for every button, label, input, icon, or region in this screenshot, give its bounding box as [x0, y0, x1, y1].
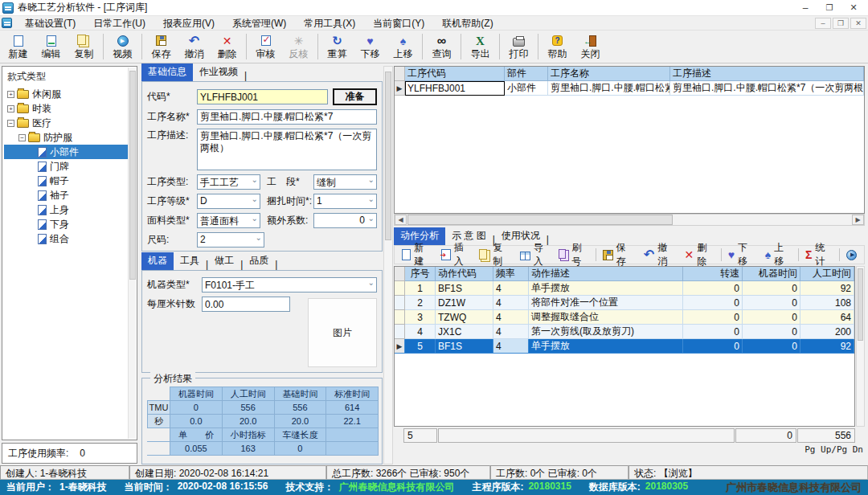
machine-type-select[interactable]: F0101-手工	[202, 277, 377, 292]
query-button[interactable]: 查询	[425, 31, 458, 62]
col-process-name[interactable]: 工序名称	[548, 67, 670, 81]
stage-select[interactable]: 缝制	[313, 174, 377, 190]
action-copy-button[interactable]: 复制	[477, 247, 516, 263]
export-button[interactable]: 导出	[464, 31, 497, 62]
tree-item-hat[interactable]: 帽子	[4, 174, 135, 188]
expand-icon[interactable]: +	[7, 105, 14, 112]
mdi-restore-button[interactable]	[833, 18, 849, 29]
bundle-time-select[interactable]: 1	[313, 194, 377, 209]
tab-work-video[interactable]: 作业视频	[193, 63, 244, 81]
menu-system[interactable]: 系统管理(W)	[223, 16, 295, 31]
col-process-desc[interactable]: 工序描述	[670, 67, 864, 81]
expand-icon[interactable]: +	[7, 91, 14, 98]
extra-factor-select[interactable]: 0	[313, 213, 377, 228]
menu-basic-settings[interactable]: 基础设置(T)	[16, 16, 84, 31]
action-grid-vscrollbar[interactable]	[856, 266, 865, 427]
action-row-selected[interactable]: ▶ 5 BF1S 4 单手摆放 0 0 92	[395, 339, 854, 354]
action-row[interactable]: 4 JX1C 4 第一次剪线(取及放剪刀) 0 0 200	[395, 325, 854, 339]
action-insert-button[interactable]: 插入	[436, 247, 476, 263]
tree-item-sleeve[interactable]: 袖子	[4, 188, 135, 202]
code-input[interactable]: YLFHFBJ001	[197, 89, 328, 104]
action-play-button[interactable]	[841, 247, 862, 263]
tree-item-small-parts[interactable]: 小部件	[4, 145, 135, 159]
process-name-input[interactable]: 剪里袖口.脚口.中腰.帽口松紧*7	[197, 109, 377, 125]
action-import-button[interactable]: 导入	[515, 247, 555, 263]
tree-item-doorplate[interactable]: 门牌	[4, 159, 135, 174]
stitch-count-input[interactable]: 0.00	[202, 297, 290, 312]
menu-tools[interactable]: 常用工具(X)	[295, 16, 364, 31]
tab-workmanship[interactable]: 做工	[208, 252, 240, 270]
action-renumber-button[interactable]: 刷号	[556, 247, 595, 263]
tab-basic-info[interactable]: 基础信息	[141, 63, 193, 81]
tab-tool[interactable]: 工具	[174, 252, 206, 270]
mdi-minimize-button[interactable]	[815, 18, 831, 29]
tree-scrollbar[interactable]	[128, 68, 136, 439]
action-new-button[interactable]: 新建	[397, 247, 436, 263]
move-down-button[interactable]: 下移	[354, 31, 387, 62]
printer-icon	[513, 38, 525, 47]
center-scrollbar[interactable]	[383, 66, 393, 464]
grade-select[interactable]: D	[197, 194, 260, 209]
tree-item-upper-body[interactable]: 上身	[4, 202, 135, 217]
col-frequency[interactable]: 频率	[493, 267, 529, 281]
fabric-type-select[interactable]: 普通面料	[197, 213, 260, 228]
prepare-button[interactable]: 准备	[333, 88, 377, 105]
action-move-down-button[interactable]: 下移	[723, 247, 760, 263]
collapse-icon[interactable]: −	[18, 134, 26, 141]
copy-button[interactable]: 复制	[68, 31, 100, 62]
tree-item-medical[interactable]: −医疗	[4, 116, 135, 130]
action-row[interactable]: 2 DZ1W 4 将部件对准一个位置 0 0 108	[395, 296, 854, 310]
close-button[interactable]	[841, 1, 866, 15]
video-button[interactable]: 视频	[106, 31, 139, 62]
tab-quality[interactable]: 品质	[243, 252, 275, 270]
tree-item-casual[interactable]: +休闲服	[4, 87, 135, 101]
col-part[interactable]: 部件	[505, 67, 548, 81]
save-button[interactable]: 保存	[145, 31, 178, 62]
size-select[interactable]: 2	[197, 232, 264, 248]
print-button[interactable]: 打印	[502, 31, 535, 62]
action-undo-button[interactable]: 撤消	[639, 247, 680, 263]
col-speed[interactable]: 转速	[683, 267, 743, 281]
mdi-close-button[interactable]	[850, 18, 866, 29]
undo-button[interactable]: 撤消	[178, 31, 211, 62]
menu-daily-work[interactable]: 日常工作(U)	[84, 16, 154, 31]
tree-item-combo[interactable]: 组合	[4, 231, 135, 246]
action-move-up-button[interactable]: 上移	[760, 247, 796, 263]
action-row[interactable]: 3 TZWQ 4 调整握取缝合位 0 0 64	[395, 310, 854, 325]
process-grid-hscrollbar[interactable]: ◀ ▶	[394, 214, 865, 226]
tab-machine[interactable]: 机器	[141, 252, 174, 270]
process-desc-textarea[interactable]: 剪里袖口.脚口.中腰.帽口松紧*7（一次剪两根）	[197, 129, 377, 170]
exit-button[interactable]: 关闭	[574, 31, 607, 62]
action-row[interactable]: 1 BF1S 4 单手摆放 0 0 92	[395, 281, 854, 296]
help-button[interactable]: 帮助	[541, 31, 574, 62]
restore-button[interactable]	[817, 1, 841, 15]
col-seq[interactable]: 序号	[405, 267, 436, 281]
col-process-code[interactable]: 工序代码	[405, 67, 505, 81]
move-up-button[interactable]: 上移	[387, 31, 420, 62]
scroll-left-icon[interactable]: ◀	[395, 215, 407, 225]
recalc-button[interactable]: 重算	[321, 31, 354, 62]
menu-help[interactable]: 联机帮助(Z)	[433, 16, 502, 31]
col-labor-time[interactable]: 人工时间	[800, 267, 854, 281]
audit-button[interactable]: 审核	[249, 31, 282, 62]
process-type-select[interactable]: 手工工艺	[197, 174, 260, 190]
minimize-button[interactable]	[793, 1, 817, 15]
col-machine-time[interactable]: 机器时间	[743, 267, 800, 281]
tree-item-lower-body[interactable]: 下身	[4, 217, 135, 231]
process-row[interactable]: ▶ YLFHFBJ001 小部件 剪里袖口.脚口.中腰.帽口松紧*7 剪里袖口.…	[395, 81, 864, 96]
action-save-button[interactable]: 保存	[598, 247, 638, 263]
scroll-right-icon[interactable]: ▶	[852, 215, 864, 225]
col-action-desc[interactable]: 动作描述	[529, 267, 683, 281]
delete-button[interactable]: 删除	[211, 31, 244, 62]
col-action-code[interactable]: 动作代码	[436, 267, 493, 281]
new-button[interactable]: 新建	[2, 31, 35, 62]
action-stats-button[interactable]: 统计	[800, 247, 837, 263]
tree-item-fashion[interactable]: +时装	[4, 101, 135, 116]
menu-reports[interactable]: 报表应用(V)	[154, 16, 223, 31]
menu-current-window[interactable]: 当前窗口(Y)	[364, 16, 433, 31]
edit-button[interactable]: 编辑	[35, 31, 68, 62]
action-delete-button[interactable]: 删除	[680, 247, 719, 263]
collapse-icon[interactable]: −	[7, 120, 14, 127]
tree-item-protective[interactable]: −防护服	[4, 130, 135, 145]
scroll-thumb[interactable]	[407, 215, 673, 225]
